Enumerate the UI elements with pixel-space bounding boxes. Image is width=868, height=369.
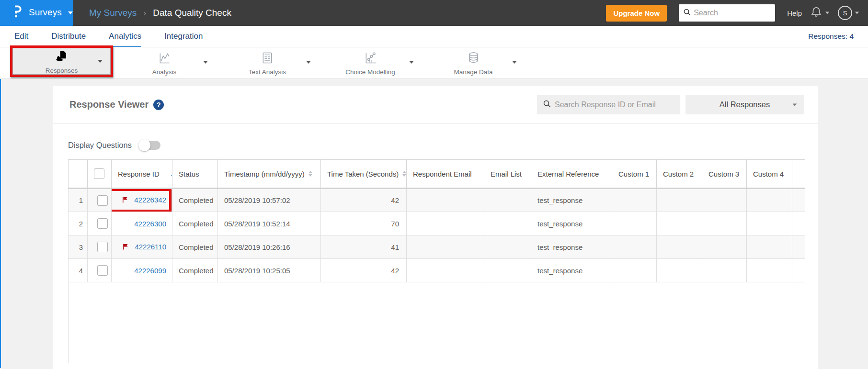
toolbar-item-label: Analysis — [152, 68, 176, 76]
col-label: Status — [179, 170, 199, 178]
response-search-input[interactable] — [555, 101, 674, 109]
time-taken-cell: 42 — [321, 259, 407, 282]
col-custom-3[interactable]: Custom 3 — [702, 160, 747, 189]
custom-2-cell — [657, 189, 702, 212]
custom-3-cell — [702, 259, 747, 282]
tab-integration[interactable]: Integration — [164, 26, 203, 47]
toolbar-item-choice-modelling[interactable]: Choice Modelling — [319, 47, 422, 78]
row-checkbox[interactable] — [97, 218, 108, 229]
toolbar-item-analysis[interactable]: Analysis — [113, 47, 216, 78]
col-label: Response ID — [118, 170, 160, 178]
page-title: Response Viewer ? — [69, 99, 164, 110]
custom-1-cell — [612, 189, 657, 212]
row-select-cell — [88, 235, 112, 259]
timestamp-cell: 05/28/2019 10:52:14 — [218, 212, 321, 235]
search-icon — [543, 100, 551, 110]
help-circle-icon[interactable]: ? — [153, 100, 164, 110]
manage-data-caret-icon[interactable] — [512, 61, 517, 64]
product-name: Surveys — [29, 7, 62, 18]
respondent-email-cell — [407, 235, 484, 259]
email-list-cell — [484, 235, 531, 259]
time-taken-cell: 70 — [321, 212, 407, 235]
custom-4-cell — [747, 212, 792, 235]
status-cell: Completed — [172, 259, 218, 282]
response-search — [537, 95, 680, 114]
row-checkbox[interactable] — [97, 265, 108, 276]
col-timestamp[interactable]: Timestamp (mm/dd/yyyy) — [218, 160, 321, 189]
status-cell: Completed — [172, 189, 218, 212]
table-row: 3 42226110 Completed 05/28/2019 10:26:16… — [69, 235, 805, 259]
custom-2-cell — [657, 235, 702, 259]
response-id-link[interactable]: 42226110 — [135, 243, 166, 251]
notifications-button[interactable] — [810, 6, 830, 20]
help-link[interactable]: Help — [787, 9, 802, 17]
timestamp-cell: 05/28/2019 10:26:16 — [218, 235, 321, 259]
respondent-email-cell — [407, 189, 484, 212]
toolbar-item-label: Manage Data — [454, 68, 492, 76]
col-response-id[interactable]: Response ID — [112, 160, 172, 189]
custom-4-cell — [747, 189, 792, 212]
row-checkbox[interactable] — [97, 195, 108, 206]
survey-tabs: Edit Distribute Analytics Integration Re… — [0, 26, 868, 47]
col-time-taken[interactable]: Time Taken (Seconds) — [321, 160, 407, 189]
spacer-cell — [792, 259, 805, 282]
col-spacer — [792, 160, 805, 189]
global-search-input[interactable] — [694, 9, 771, 17]
col-status[interactable]: Status — [172, 160, 218, 189]
col-custom-4[interactable]: Custom 4 — [747, 160, 792, 189]
sort-updown-icon — [402, 171, 406, 177]
row-number: 1 — [69, 189, 88, 212]
account-caret-icon — [855, 12, 859, 14]
col-label: External Reference — [537, 170, 599, 178]
breadcrumb-my-surveys[interactable]: My Surveys — [89, 8, 137, 18]
col-custom-2[interactable]: Custom 2 — [657, 160, 702, 189]
col-custom-1[interactable]: Custom 1 — [612, 160, 657, 189]
col-external-reference[interactable]: External Reference — [531, 160, 612, 189]
product-switcher[interactable]: Surveys — [0, 0, 73, 26]
display-questions-row: Display Questions — [68, 141, 818, 150]
display-questions-toggle[interactable] — [139, 141, 160, 150]
col-email-list[interactable]: Email List — [484, 160, 531, 189]
text-analysis-caret-icon[interactable] — [306, 61, 311, 64]
custom-4-cell — [747, 259, 792, 282]
topbar: Surveys My Surveys › Data Quality Check … — [0, 0, 868, 26]
upgrade-now-button[interactable]: Upgrade Now — [606, 5, 667, 22]
col-respondent-email[interactable]: Respondent Email — [407, 160, 484, 189]
toolbar-item-text-analysis[interactable]: Text Analysis — [216, 47, 319, 78]
toolbar-item-manage-data[interactable]: Manage Data — [422, 47, 525, 78]
custom-2-cell — [657, 259, 702, 282]
custom-3-cell — [702, 212, 747, 235]
responses-caret-icon[interactable] — [98, 60, 103, 63]
row-number: 4 — [69, 259, 88, 282]
toolbar-item-label: Choice Modelling — [345, 68, 395, 76]
analysis-caret-icon[interactable] — [203, 61, 208, 64]
breadcrumb: My Surveys › Data Quality Check — [89, 8, 231, 18]
account-menu[interactable]: S — [838, 6, 859, 20]
col-label: Time Taken (Seconds) — [327, 170, 399, 178]
custom-4-cell — [747, 235, 792, 259]
tab-analytics[interactable]: Analytics — [109, 26, 141, 47]
select-all-checkbox[interactable] — [94, 168, 104, 179]
time-taken-cell: 41 — [321, 235, 407, 259]
toolbar-item-responses[interactable]: Responses — [12, 48, 111, 75]
left-accent-bar — [0, 79, 1, 368]
col-label: Respondent Email — [413, 170, 472, 178]
responses-filter-dropdown[interactable]: All Responses — [685, 95, 804, 114]
response-id-link[interactable]: 42226099 — [134, 267, 166, 275]
response-viewer-body: Display Questions Response ID Status — [53, 123, 818, 363]
respondent-email-cell — [407, 259, 484, 282]
global-search — [679, 4, 775, 22]
response-id-link[interactable]: 42226300 — [134, 220, 166, 228]
choice-modelling-caret-icon[interactable] — [409, 61, 414, 64]
responses-count-badge: Responses: 4 — [808, 32, 854, 41]
response-id-link[interactable]: 42226342 — [134, 196, 166, 204]
page-content: Response Viewer ? All Responses Display … — [0, 79, 868, 369]
table-row: 1 42226342 Completed 05/28/2019 10:57:02… — [69, 189, 805, 212]
time-taken-cell: 42 — [321, 189, 407, 212]
topbar-actions: Upgrade Now Help S — [606, 4, 868, 22]
row-checkbox[interactable] — [97, 242, 108, 252]
table-left-border-extension — [68, 282, 69, 363]
timestamp-cell: 05/28/2019 10:25:05 — [218, 259, 321, 282]
tab-distribute[interactable]: Distribute — [51, 26, 86, 47]
tab-edit[interactable]: Edit — [14, 26, 28, 47]
